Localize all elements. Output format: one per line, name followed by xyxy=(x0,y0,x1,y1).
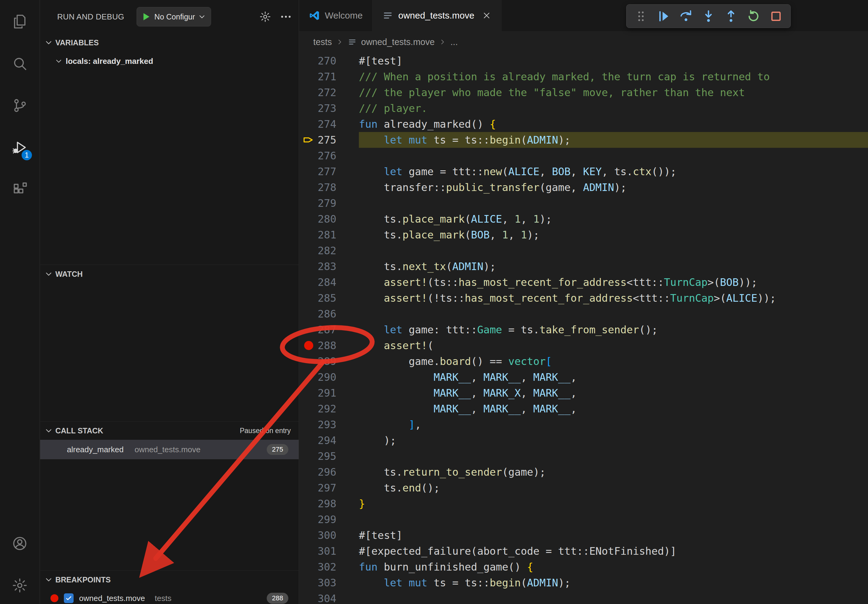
code-text[interactable]: } xyxy=(359,496,868,511)
activity-explorer[interactable] xyxy=(6,8,33,35)
code-text[interactable]: let mut ts = ts::begin(ADMIN); xyxy=(359,575,868,591)
code-text[interactable] xyxy=(359,591,868,604)
gutter[interactable]: 284 xyxy=(299,274,359,290)
gutter[interactable]: 282 xyxy=(299,243,359,259)
code-text[interactable]: /// the player who made the "false" move… xyxy=(359,85,868,101)
gutter[interactable]: 275 xyxy=(299,132,359,148)
code-text[interactable]: ); xyxy=(359,432,868,448)
gear-icon[interactable] xyxy=(259,11,271,23)
gutter[interactable]: 276 xyxy=(299,148,359,164)
restart-button[interactable] xyxy=(746,9,761,23)
gutter[interactable]: 288 xyxy=(299,338,359,353)
gutter[interactable]: 273 xyxy=(299,101,359,116)
code-text[interactable]: ts.return_to_sender(game); xyxy=(359,464,868,480)
call-stack-section-header[interactable]: CALL STACK Paused on entry xyxy=(40,421,299,440)
breakpoints-section-header[interactable]: BREAKPOINTS xyxy=(40,570,299,589)
stop-button[interactable] xyxy=(769,9,783,23)
watch-section-header[interactable]: WATCH xyxy=(40,265,299,283)
code-text[interactable]: #[test] xyxy=(359,53,868,69)
variables-scope-row[interactable]: locals: already_marked xyxy=(40,52,299,71)
call-stack-frame[interactable]: already_markedowned_tests.move275 xyxy=(40,440,299,459)
gutter[interactable]: 287 xyxy=(299,322,359,338)
code-text[interactable]: transfer::public_transfer(game, ADMIN); xyxy=(359,180,868,195)
gutter[interactable]: 272 xyxy=(299,85,359,101)
tab-welcome[interactable]: Welcome xyxy=(299,0,372,31)
gutter[interactable]: 290 xyxy=(299,369,359,385)
step-into-button[interactable] xyxy=(701,9,716,23)
tab-owned-tests-move[interactable]: owned_tests.move xyxy=(372,0,501,31)
code-text[interactable]: MARK__, MARK__, MARK__, xyxy=(359,401,868,417)
code-text[interactable]: /// player. xyxy=(359,101,868,116)
gutter[interactable]: 300 xyxy=(299,527,359,543)
activity-extensions[interactable] xyxy=(6,176,33,203)
continue-button[interactable] xyxy=(656,9,671,23)
gutter[interactable]: 286 xyxy=(299,306,359,322)
code-text[interactable] xyxy=(359,511,868,527)
gutter[interactable]: 298 xyxy=(299,496,359,511)
gutter[interactable]: 295 xyxy=(299,448,359,464)
code-text[interactable]: fun already_marked() { xyxy=(359,116,868,132)
code-text[interactable]: ts.next_tx(ADMIN); xyxy=(359,259,868,274)
code-text[interactable]: MARK__, MARK_X, MARK__, xyxy=(359,385,868,401)
variables-section-header[interactable]: VARIABLES xyxy=(40,34,299,52)
code-text[interactable] xyxy=(359,306,868,322)
gutter[interactable]: 291 xyxy=(299,385,359,401)
start-debugging-icon[interactable] xyxy=(141,11,152,22)
gutter[interactable]: 279 xyxy=(299,195,359,211)
gutter[interactable]: 278 xyxy=(299,180,359,195)
gutter[interactable]: 285 xyxy=(299,290,359,306)
code-text[interactable]: MARK__, MARK__, MARK__, xyxy=(359,369,868,385)
activity-settings[interactable] xyxy=(6,572,33,599)
gutter[interactable]: 296 xyxy=(299,464,359,480)
gutter[interactable]: 292 xyxy=(299,401,359,417)
breakpoint-row[interactable]: owned_tests.movetests288 xyxy=(40,589,299,604)
activity-run-and-debug[interactable]: 1 xyxy=(6,134,33,161)
code-text[interactable]: ts.place_mark(ALICE, 1, 1); xyxy=(359,211,868,227)
gutter[interactable]: 283 xyxy=(299,259,359,274)
code-text[interactable]: assert!( xyxy=(359,338,868,353)
gutter[interactable]: 281 xyxy=(299,227,359,243)
breakpoint-checkbox[interactable] xyxy=(64,593,74,603)
code-text[interactable] xyxy=(359,148,868,164)
code-text[interactable] xyxy=(359,195,868,211)
activity-source-control[interactable] xyxy=(6,92,33,119)
gutter[interactable]: 271 xyxy=(299,69,359,85)
gutter[interactable]: 299 xyxy=(299,511,359,527)
code-text[interactable]: let mut ts = ts::begin(ADMIN); xyxy=(359,132,868,148)
gutter[interactable]: 297 xyxy=(299,480,359,496)
code-text[interactable]: ts.end(); xyxy=(359,480,868,496)
gutter[interactable]: 289 xyxy=(299,353,359,369)
code-text[interactable]: assert!(!ts::has_most_recent_for_address… xyxy=(359,290,868,306)
launch-config-dropdown[interactable]: No Configur xyxy=(136,7,211,26)
gutter[interactable]: 301 xyxy=(299,543,359,559)
activity-search[interactable] xyxy=(6,50,33,77)
gutter[interactable]: 293 xyxy=(299,417,359,432)
code-text[interactable]: #[expected_failure(abort_code = ttt::ENo… xyxy=(359,543,868,559)
gutter[interactable]: 274 xyxy=(299,116,359,132)
more-actions-icon[interactable] xyxy=(280,11,292,23)
gutter[interactable]: 304 xyxy=(299,591,359,604)
step-out-button[interactable] xyxy=(724,9,738,23)
code-text[interactable] xyxy=(359,243,868,259)
code-text[interactable]: assert!(ts::has_most_recent_for_address<… xyxy=(359,274,868,290)
gutter[interactable]: 302 xyxy=(299,559,359,575)
code-text[interactable]: ], xyxy=(359,417,868,432)
breadcrumb-item[interactable]: owned_tests.move xyxy=(361,37,435,47)
gutter[interactable]: 294 xyxy=(299,432,359,448)
code-text[interactable]: let game = ttt::new(ALICE, BOB, KEY, ts.… xyxy=(359,164,868,180)
breadcrumb-item[interactable]: tests xyxy=(313,37,332,47)
gutter[interactable]: 270 xyxy=(299,53,359,69)
drag-handle-button[interactable] xyxy=(634,9,648,23)
gutter[interactable]: 303 xyxy=(299,575,359,591)
gutter[interactable]: 280 xyxy=(299,211,359,227)
step-over-button[interactable] xyxy=(679,9,693,23)
code-text[interactable] xyxy=(359,448,868,464)
code-text[interactable]: /// When a position is already marked, t… xyxy=(359,69,868,85)
code-text[interactable]: fun burn_unfinished_game() { xyxy=(359,559,868,575)
breakpoint-icon[interactable] xyxy=(304,341,313,350)
code-text[interactable]: game.board() == vector[ xyxy=(359,353,868,369)
code-text[interactable]: let game: ttt::Game = ts.take_from_sende… xyxy=(359,322,868,338)
activity-accounts[interactable] xyxy=(6,530,33,557)
gutter[interactable]: 277 xyxy=(299,164,359,180)
code-text[interactable]: ts.place_mark(BOB, 1, 1); xyxy=(359,227,868,243)
